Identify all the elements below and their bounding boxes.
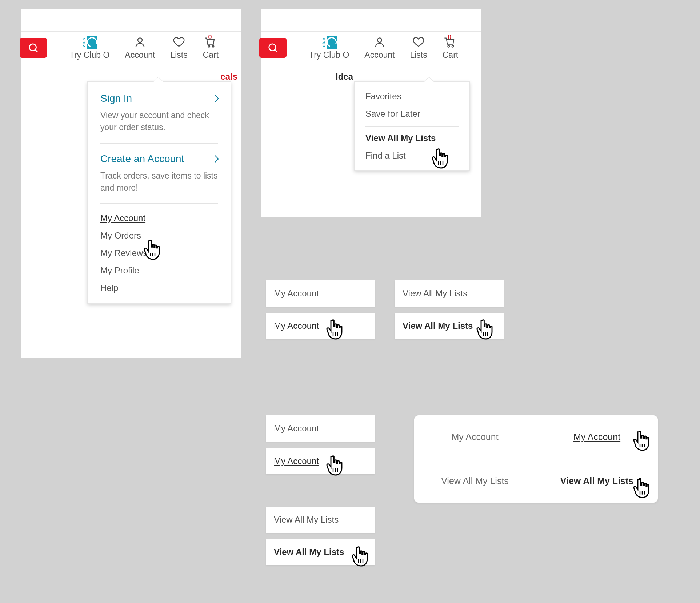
svg-line-9 bbox=[275, 50, 277, 52]
find-a-list-link[interactable]: Find a List bbox=[365, 151, 459, 161]
demo-my-account-hover[interactable]: My Account bbox=[266, 313, 375, 339]
view-all-lists-link[interactable]: View All My Lists bbox=[365, 133, 459, 143]
subnav-divider bbox=[63, 71, 63, 83]
my-reviews-link[interactable]: My Reviews bbox=[100, 248, 218, 258]
sign-in-link[interactable]: Sign In bbox=[100, 93, 218, 104]
my-profile-link[interactable]: My Profile bbox=[100, 265, 218, 276]
svg-line-1 bbox=[35, 50, 37, 52]
create-account-link[interactable]: Create an Account bbox=[100, 153, 218, 165]
svg-point-0 bbox=[29, 44, 36, 51]
table-cell-view-all-hover[interactable]: View All My Lists bbox=[536, 459, 658, 503]
table-cell-view-all-normal[interactable]: View All My Lists bbox=[414, 459, 536, 503]
demo-my-account-normal[interactable]: My Account bbox=[266, 280, 375, 307]
lists-dropdown: .panel:nth-of-type(2) .dropdown::before{… bbox=[354, 81, 470, 171]
nav-label: Lists bbox=[410, 50, 427, 60]
nav-label: Lists bbox=[170, 50, 187, 60]
sign-in-label: Sign In bbox=[100, 93, 132, 104]
panel-account-demo: club Try Club O Account Lists 0 Cart bbox=[21, 9, 241, 358]
heart-icon bbox=[172, 36, 185, 49]
cursor-icon bbox=[632, 478, 652, 500]
table-cell-label: View All My Lists bbox=[560, 476, 633, 486]
my-account-link[interactable]: My Account bbox=[100, 213, 218, 223]
dropdown-divider bbox=[100, 203, 218, 204]
help-link[interactable]: Help bbox=[100, 283, 218, 293]
nav-try-club-o[interactable]: club Try Club O bbox=[69, 36, 109, 60]
header-row: club Try Club O Account Lists 0 Cart bbox=[261, 31, 481, 64]
search-button[interactable] bbox=[259, 38, 287, 58]
svg-point-12 bbox=[452, 45, 454, 47]
hover-state-table: My Account My Account View All My Lists … bbox=[414, 415, 658, 503]
nav-lists[interactable]: Lists bbox=[410, 36, 427, 60]
cart-badge: 0 bbox=[208, 33, 212, 41]
demo-my-account-normal-2[interactable]: My Account bbox=[266, 415, 375, 442]
search-button[interactable] bbox=[20, 38, 47, 58]
account-dropdown: .panel:first-of-type .dropdown::before{ … bbox=[87, 81, 231, 304]
cursor-icon bbox=[632, 431, 652, 452]
nav-label: Account bbox=[364, 50, 395, 60]
nav-label: Try Club O bbox=[309, 50, 349, 60]
nav-account[interactable]: Account bbox=[125, 36, 155, 60]
user-icon bbox=[373, 36, 386, 49]
svg-point-2 bbox=[138, 38, 142, 42]
my-orders-link[interactable]: My Orders bbox=[100, 231, 218, 241]
club-o-icon: club bbox=[83, 36, 96, 49]
table-cell-my-account-hover[interactable]: My Account bbox=[536, 415, 658, 459]
nav-cart[interactable]: 0 Cart bbox=[203, 36, 219, 60]
demo-view-all-normal[interactable]: View All My Lists bbox=[395, 280, 504, 307]
nav-try-club-o[interactable]: club Try Club O bbox=[309, 36, 349, 60]
svg-point-10 bbox=[377, 38, 382, 42]
demo-view-all-normal-2[interactable]: View All My Lists bbox=[266, 507, 375, 533]
nav-label: Try Club O bbox=[69, 50, 109, 60]
table-cell-label: My Account bbox=[573, 432, 620, 442]
cart-icon: 0 bbox=[204, 36, 217, 49]
svg-point-11 bbox=[448, 45, 450, 47]
cart-icon: 0 bbox=[444, 36, 457, 49]
heart-icon bbox=[412, 36, 425, 49]
subnav-idea-fragment: Idea bbox=[336, 72, 353, 82]
nav-cart[interactable]: 0 Cart bbox=[443, 36, 458, 60]
chevron-right-icon bbox=[212, 155, 219, 163]
club-o-icon: club bbox=[323, 36, 336, 49]
nav-label: Account bbox=[125, 50, 155, 60]
table-cell-my-account-normal[interactable]: My Account bbox=[414, 415, 536, 459]
subnav-divider bbox=[303, 71, 303, 83]
dropdown-divider bbox=[365, 126, 459, 127]
nav-label: Cart bbox=[203, 50, 219, 60]
demo-view-all-hover[interactable]: View All My Lists bbox=[395, 313, 504, 339]
create-account-label: Create an Account bbox=[100, 153, 184, 165]
dropdown-divider bbox=[100, 143, 218, 144]
nav-account[interactable]: Account bbox=[364, 36, 395, 60]
user-icon bbox=[133, 36, 147, 49]
create-account-description: Track orders, save items to lists and mo… bbox=[100, 170, 218, 194]
nav-label: Cart bbox=[443, 50, 458, 60]
svg-point-4 bbox=[212, 45, 214, 47]
subnav-deals-fragment: eals bbox=[220, 72, 237, 82]
demo-view-all-hover-2[interactable]: View All My Lists bbox=[266, 539, 375, 565]
svg-point-3 bbox=[208, 45, 210, 47]
panel-lists-demo: club Try Club O Account Lists 0 Cart bbox=[261, 9, 481, 217]
svg-point-8 bbox=[269, 44, 276, 51]
save-for-later-link[interactable]: Save for Later bbox=[365, 109, 459, 119]
demo-my-account-hover-2[interactable]: My Account bbox=[266, 448, 375, 474]
header-row: club Try Club O Account Lists 0 Cart bbox=[21, 31, 241, 64]
favorites-link[interactable]: Favorites bbox=[365, 91, 459, 101]
cart-badge: 0 bbox=[448, 33, 451, 41]
chevron-right-icon bbox=[212, 95, 219, 102]
sign-in-description: View your account and check your order s… bbox=[100, 109, 218, 134]
nav-lists[interactable]: Lists bbox=[170, 36, 187, 60]
